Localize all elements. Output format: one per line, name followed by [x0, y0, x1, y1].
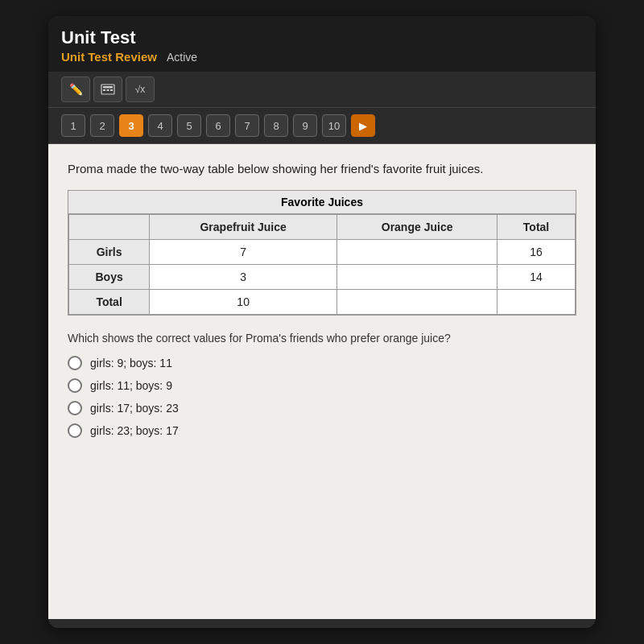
row-label-total: Total [69, 290, 150, 315]
page-7-button[interactable]: 7 [235, 114, 259, 137]
content-area: Proma made the two-way table below showi… [48, 144, 596, 619]
page-5-button[interactable]: 5 [177, 114, 201, 137]
boys-orange [337, 265, 497, 290]
data-table-wrapper: Favorite Juices Grapefruit Juice Orange … [68, 190, 576, 316]
favorite-juices-table: Grapefruit Juice Orange Juice Total Girl… [68, 214, 576, 315]
device-frame: Unit Test Unit Test Review Active ✏️ √x … [48, 16, 596, 628]
page-title: Unit Test [61, 23, 583, 48]
option-3[interactable]: girls: 17; boys: 23 [68, 401, 576, 415]
total-grand [497, 290, 576, 315]
question-text: Proma made the two-way table below showi… [68, 160, 576, 177]
girls-orange [337, 240, 497, 265]
svg-rect-2 [103, 89, 105, 91]
formula-tool-button[interactable]: √x [126, 76, 155, 102]
page-8-button[interactable]: 8 [264, 114, 288, 137]
option-2-label: girls: 11; boys: 9 [90, 379, 172, 392]
option-1-label: girls: 9; boys: 11 [90, 357, 172, 369]
girls-total: 16 [497, 240, 576, 265]
total-grapefruit: 10 [150, 290, 337, 315]
toolbar: ✏️ √x [48, 72, 596, 108]
radio-1[interactable] [68, 356, 82, 370]
option-3-label: girls: 17; boys: 23 [90, 402, 179, 415]
page-9-button[interactable]: 9 [293, 114, 317, 137]
table-row: Total 10 [69, 290, 576, 315]
orange-juice-question: Which shows the correct values for Proma… [68, 332, 576, 345]
pagination-row: 1 2 3 4 5 6 7 8 9 10 ▶ [48, 108, 596, 144]
radio-3[interactable] [68, 401, 82, 415]
radio-4[interactable] [68, 423, 82, 438]
page-4-button[interactable]: 4 [148, 114, 172, 137]
option-4[interactable]: girls: 23; boys: 17 [68, 423, 576, 438]
page-6-button[interactable]: 6 [206, 114, 230, 137]
boys-total: 14 [497, 265, 576, 290]
breadcrumb-label: Unit Test Review [61, 50, 157, 64]
table-main-header: Favorite Juices [68, 191, 576, 214]
status-badge: Active [167, 51, 197, 64]
page-2-button[interactable]: 2 [90, 114, 114, 137]
option-2[interactable]: girls: 11; boys: 9 [68, 378, 576, 393]
answer-options: girls: 9; boys: 11 girls: 11; boys: 9 gi… [68, 356, 576, 438]
page-10-button[interactable]: 10 [322, 114, 346, 137]
col-header-grapefruit: Grapefruit Juice [150, 215, 337, 240]
total-orange [337, 290, 497, 315]
top-bar: Unit Test Unit Test Review Active [48, 16, 596, 72]
col-header-orange: Orange Juice [337, 215, 497, 240]
table-row: Boys 3 14 [69, 265, 576, 290]
radio-2[interactable] [68, 378, 82, 393]
svg-rect-1 [103, 86, 113, 89]
subtitle-row: Unit Test Review Active [61, 50, 583, 72]
row-label-boys: Boys [69, 265, 150, 290]
col-header-label [69, 215, 150, 240]
page-1-button[interactable]: 1 [61, 114, 85, 137]
girls-grapefruit: 7 [150, 240, 337, 265]
col-header-total: Total [497, 215, 576, 240]
calculator-tool-button[interactable] [93, 76, 122, 102]
table-row: Girls 7 16 [69, 240, 576, 265]
svg-rect-4 [110, 89, 113, 91]
option-4-label: girls: 23; boys: 17 [90, 424, 179, 437]
svg-rect-3 [107, 89, 109, 91]
row-label-girls: Girls [69, 240, 150, 265]
pencil-tool-button[interactable]: ✏️ [61, 76, 90, 102]
page-3-button[interactable]: 3 [119, 114, 143, 137]
boys-grapefruit: 3 [150, 265, 337, 290]
next-page-button[interactable]: ▶ [351, 114, 375, 137]
option-1[interactable]: girls: 9; boys: 11 [68, 356, 576, 370]
